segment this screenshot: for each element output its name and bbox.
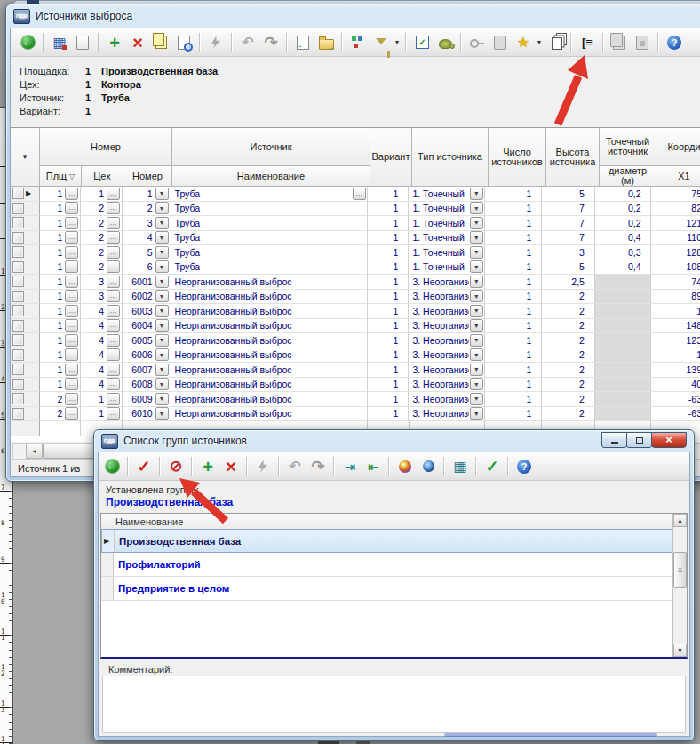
table-row[interactable]: 1 3 6002 Неорганизованный выброс 1 3. Не… — [11, 290, 700, 305]
cell-vysota[interactable]: 2 — [542, 363, 595, 378]
cell-nomer[interactable]: 6006 — [123, 348, 171, 364]
row-checkbox[interactable] — [12, 379, 24, 390]
dropdown-button[interactable] — [470, 260, 483, 273]
list-column-header[interactable]: Наименование — [101, 514, 673, 530]
cell-vysota[interactable]: 7 — [542, 231, 595, 246]
cell-tseh[interactable]: 2 — [81, 231, 123, 246]
dropdown-button[interactable] — [155, 393, 169, 405]
cell-x1[interactable]: -63 — [651, 392, 700, 407]
column-header-plsh[interactable]: Плщ▽ — [40, 166, 82, 187]
cell-diametr[interactable] — [595, 348, 652, 364]
row-checkbox[interactable] — [12, 393, 24, 404]
cell-plsh[interactable]: 1 — [40, 333, 82, 348]
cell-plsh[interactable]: 1 — [40, 363, 82, 378]
dropdown-button[interactable] — [155, 348, 169, 361]
cell-diametr[interactable]: 0,4 — [595, 260, 652, 276]
cell-tseh[interactable]: 4 — [81, 333, 123, 348]
ellipsis-button[interactable] — [107, 217, 120, 229]
cell-diametr[interactable] — [595, 333, 652, 348]
maximize-button[interactable] — [626, 432, 652, 448]
cell-plsh[interactable]: 1 — [40, 378, 82, 393]
redo-button[interactable] — [306, 455, 330, 477]
cell-x1[interactable]: 89 — [651, 290, 700, 305]
cell-x1[interactable]: 128 — [651, 245, 700, 260]
cell-name[interactable]: Неорганизованный выброс — [171, 348, 368, 364]
cell-tip[interactable]: 3. Неорганизо — [409, 363, 484, 378]
cell-nomer[interactable]: 2 — [123, 202, 171, 217]
row-checkbox[interactable] — [12, 305, 24, 316]
column-header-x1[interactable]: X1 — [656, 166, 700, 187]
cell-x1[interactable]: 75 — [651, 187, 700, 202]
help-button[interactable] — [663, 31, 686, 53]
table-row[interactable]: 1 4 6006 Неорганизованный выброс 1 3. Не… — [11, 348, 700, 364]
cell-tseh[interactable]: 4 — [81, 304, 123, 319]
cell-plsh[interactable]: 1 — [40, 245, 82, 260]
cell-diametr[interactable] — [595, 275, 652, 290]
greencheck-button[interactable] — [481, 455, 504, 477]
row-checkbox[interactable] — [12, 276, 24, 287]
table-row[interactable]: 1 2 3 Труба 1 1. Точечный 1 7 0,2 121 — [11, 216, 700, 231]
dropdown-button[interactable] — [155, 276, 169, 288]
cell-tseh[interactable]: 2 — [81, 216, 123, 231]
row-checkbox[interactable] — [12, 261, 24, 273]
cell-variant[interactable]: 1 — [368, 333, 410, 348]
block-button[interactable] — [164, 455, 187, 477]
pagecopy-button[interactable] — [608, 31, 631, 53]
cell-tip[interactable]: 1. Точечный — [409, 187, 484, 202]
cell-tip[interactable]: 3. Неорганизо — [409, 275, 484, 290]
column-header-vysota[interactable]: Высота источника — [546, 128, 600, 187]
column-group-nomer[interactable]: Номер — [40, 128, 172, 166]
cell-x1[interactable]: 110 — [651, 231, 700, 246]
cell-nomer[interactable]: 6 — [123, 260, 171, 276]
scroll-left-button[interactable]: ◄ — [26, 444, 43, 459]
row-checkbox[interactable] — [12, 320, 24, 332]
dropdown-button[interactable] — [470, 378, 483, 390]
cell-variant[interactable]: 1 — [368, 378, 410, 393]
cell-x1[interactable]: -63 — [651, 407, 700, 422]
cell-plsh[interactable]: 1 — [40, 348, 82, 364]
dropdown-button[interactable] — [470, 319, 483, 332]
cell-variant[interactable]: 1 — [368, 202, 410, 217]
cell-diametr[interactable] — [595, 319, 652, 334]
groupslist-button[interactable] — [576, 31, 599, 53]
ellipsis-button[interactable] — [107, 348, 120, 361]
table-row[interactable]: 1 4 6003 Неорганизованный выброс 1 3. Не… — [11, 304, 700, 319]
column-group-koordi[interactable]: Коорди — [656, 128, 700, 166]
ellipsis-button[interactable] — [107, 246, 120, 259]
group-list-item[interactable]: Предприятие в целом — [101, 577, 673, 601]
dropdown-button[interactable] — [155, 334, 169, 347]
dropdown-button[interactable] — [155, 188, 169, 200]
cell-chislo[interactable]: 1 — [485, 348, 543, 364]
cell-tip[interactable]: 3. Неорганизо — [409, 407, 484, 422]
cell-chislo[interactable]: 1 — [485, 392, 543, 407]
ellipsis-button[interactable] — [107, 364, 120, 376]
dropdown-button[interactable] — [155, 202, 169, 214]
cell-variant[interactable]: 1 — [368, 216, 410, 231]
column-header-diametr[interactable]: диаметр (м) — [600, 166, 656, 187]
row-checkbox[interactable] — [12, 203, 24, 214]
dropdown-button[interactable] — [155, 217, 169, 229]
cell-vysota[interactable]: 7 — [542, 216, 595, 231]
row-selector-cell[interactable] — [11, 378, 40, 393]
cell-x1[interactable]: 1 — [651, 348, 700, 364]
cell-plsh[interactable]: 1 — [40, 290, 82, 305]
dropdown-button[interactable] — [470, 393, 483, 405]
row-checkbox[interactable] — [12, 349, 24, 361]
column-header-variant[interactable]: Вариант — [370, 128, 412, 187]
dropdown-button[interactable] — [470, 364, 483, 376]
group-list-item[interactable]: Профилакторий — [101, 553, 673, 577]
ellipsis-button[interactable] — [65, 393, 78, 405]
pageimport-button[interactable] — [291, 31, 314, 53]
ellipsis-button[interactable] — [65, 305, 78, 317]
star-button[interactable] — [512, 31, 535, 53]
dropdown-button[interactable] — [155, 319, 169, 332]
back-button[interactable] — [100, 455, 123, 477]
ellipsis-button[interactable] — [65, 217, 78, 229]
dropdown-button[interactable] — [470, 217, 483, 229]
cell-plsh[interactable]: 1 — [40, 202, 82, 217]
cell-vysota[interactable]: 2,5 — [542, 275, 595, 290]
cell-chislo[interactable]: 1 — [485, 231, 543, 246]
cell-x1[interactable]: 40 — [651, 378, 700, 393]
table-row[interactable]: 1 4 6007 Неорганизованный выброс 1 3. Не… — [11, 363, 700, 378]
cell-chislo[interactable]: 1 — [485, 333, 543, 348]
